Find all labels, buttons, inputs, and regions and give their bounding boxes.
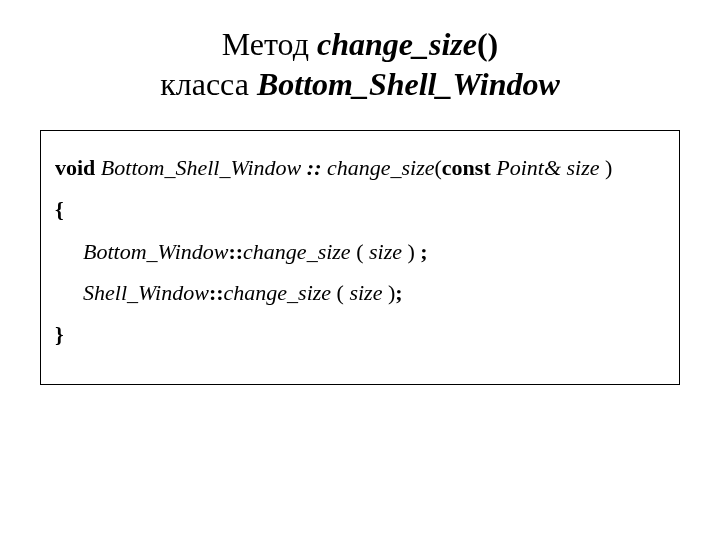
class-ident: Bottom_Shell_Window bbox=[101, 155, 301, 180]
semicolon: ; bbox=[395, 280, 402, 305]
title-parens: () bbox=[477, 26, 498, 62]
method-ident: change_size bbox=[224, 280, 332, 305]
rparen: ) bbox=[600, 155, 613, 180]
title-word-method: Метод bbox=[222, 26, 317, 62]
title-method-name: change_size bbox=[317, 26, 477, 62]
scope-op: :: bbox=[228, 239, 243, 264]
scope-op: :: bbox=[209, 280, 224, 305]
base-class: Bottom_Window bbox=[83, 239, 228, 264]
scope-op: :: bbox=[307, 155, 327, 180]
code-line-3: Bottom_Window::change_size ( size ) ; bbox=[55, 231, 665, 273]
param-type: Point& size bbox=[496, 155, 599, 180]
plain: ( bbox=[331, 280, 349, 305]
brace-close: } bbox=[55, 322, 64, 347]
plain: ( bbox=[351, 239, 369, 264]
lparen: ( bbox=[435, 155, 442, 180]
kw-void: void bbox=[55, 155, 95, 180]
indent: Shell_Window::change_size ( size ); bbox=[55, 272, 403, 314]
semicolon: ; bbox=[420, 239, 427, 264]
code-line-5: } bbox=[55, 314, 665, 356]
indent: Bottom_Window::change_size ( size ) ; bbox=[55, 231, 428, 273]
code-line-4: Shell_Window::change_size ( size ); bbox=[55, 272, 665, 314]
title-word-class: класса bbox=[160, 66, 257, 102]
method-ident: change_size bbox=[243, 239, 351, 264]
code-line-2: { bbox=[55, 189, 665, 231]
slide: Метод change_size() класса Bottom_Shell_… bbox=[0, 0, 720, 540]
kw-const: const bbox=[442, 155, 491, 180]
base-class: Shell_Window bbox=[83, 280, 209, 305]
code-box: void Bottom_Shell_Window :: change_size(… bbox=[40, 130, 680, 385]
plain: ) bbox=[402, 239, 420, 264]
plain: ) bbox=[382, 280, 395, 305]
arg: size bbox=[369, 239, 402, 264]
code-line-1: void Bottom_Shell_Window :: change_size(… bbox=[55, 147, 665, 189]
slide-title: Метод change_size() класса Bottom_Shell_… bbox=[40, 24, 680, 104]
arg: size bbox=[349, 280, 382, 305]
brace-open: { bbox=[55, 197, 64, 222]
title-class-name: Bottom_Shell_Window bbox=[257, 66, 560, 102]
method-ident: change_size bbox=[327, 155, 435, 180]
